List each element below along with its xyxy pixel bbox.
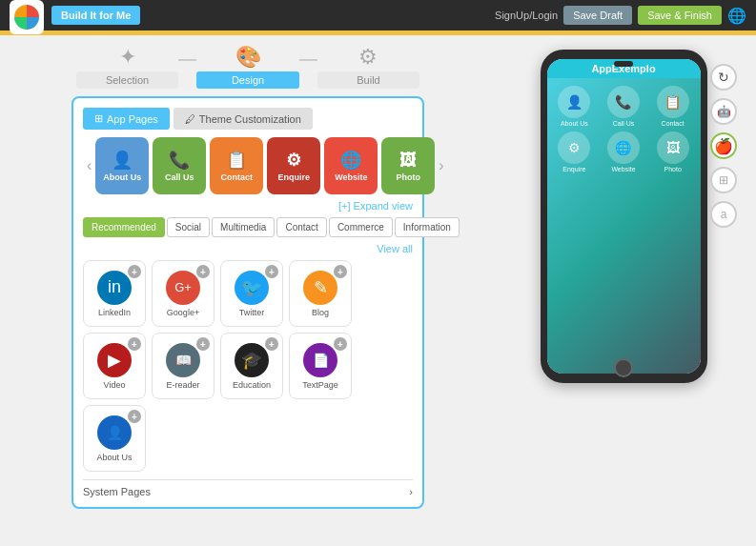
phone-enquire-icon: ⚙ — [558, 131, 590, 164]
page-tile-website[interactable]: 🌐 Website — [324, 137, 378, 194]
phone-screen: AppExemplo 👤 About Us 📞 Call Us 📋 — [547, 59, 701, 374]
phone-icon-website: 🌐 Website — [607, 131, 640, 172]
step-divider-1 — [178, 59, 196, 61]
blog-icon: ✎ — [303, 271, 337, 305]
plugin-ereader[interactable]: + 📖 E-reader — [152, 333, 215, 399]
page-tile-photo-label: Photo — [397, 172, 421, 182]
aboutus-plugin-icon: 👤 — [97, 415, 132, 450]
step-divider-2 — [299, 59, 317, 61]
plus-badge: + — [128, 337, 141, 351]
nav-right-arrow[interactable]: › — [435, 155, 447, 176]
call-us-icon: 📞 — [169, 150, 190, 171]
design-icon: 🎨 — [235, 45, 261, 70]
phone-home-button[interactable] — [614, 358, 633, 377]
page-tile-about-us[interactable]: 👤 About Us — [95, 137, 149, 194]
apple-icon-button[interactable]: 🍎 — [710, 132, 737, 159]
expand-view-link[interactable]: [+] Expand view — [83, 200, 413, 212]
googleplus-icon: G+ — [166, 271, 200, 305]
phone-enquire-label: Enquire — [562, 166, 585, 172]
plugin-video[interactable]: + ▶ Video — [83, 333, 146, 399]
education-icon: 🎓 — [235, 343, 269, 377]
nav-left-arrow[interactable]: ‹ — [83, 155, 95, 176]
windows-icon-button[interactable]: ⊞ — [710, 167, 737, 193]
topbar-right: SignUp/Login Save Draft Save & Finish 🌐 — [495, 6, 746, 25]
page-tile-contact[interactable]: 📋 Contact — [210, 137, 263, 194]
plus-badge: + — [334, 337, 347, 351]
phone-icon-call-us: 📞 Call Us — [607, 86, 640, 127]
phone-mockup: AppExemplo 👤 About Us 📞 Call Us 📋 — [541, 50, 707, 383]
build-it-button[interactable]: Build It for Me — [51, 6, 140, 25]
website-icon: 🌐 — [340, 150, 361, 171]
linkedin-icon: in — [97, 271, 132, 305]
ereader-label: E-reader — [166, 380, 199, 390]
step-design-label[interactable]: Design — [196, 71, 298, 89]
cat-tab-multimedia[interactable]: Multimedia — [212, 217, 275, 237]
globe-icon[interactable]: 🌐 — [727, 7, 746, 25]
category-tabs: Recommended Social Multimedia Contact Co… — [83, 217, 413, 237]
cat-tab-commerce[interactable]: Commerce — [329, 217, 393, 237]
page-tile-call-us[interactable]: 📞 Call Us — [153, 137, 206, 194]
twitter-icon: 🐦 — [235, 271, 269, 305]
step-selection-label[interactable]: Selection — [76, 71, 178, 89]
refresh-button[interactable]: ↻ — [710, 64, 737, 91]
plugin-textpage[interactable]: + 📄 TextPage — [289, 333, 352, 399]
tab-app-pages[interactable]: ⊞ App Pages — [83, 108, 170, 130]
signup-link[interactable]: SignUp/Login — [495, 10, 558, 21]
cat-tab-recommended[interactable]: Recommended — [83, 217, 165, 237]
education-label: Education — [233, 380, 271, 390]
step-build: ⚙ Build — [317, 45, 419, 89]
app-logo — [10, 0, 44, 34]
plugin-linkedin[interactable]: + in LinkedIn — [83, 260, 146, 327]
step-build-label[interactable]: Build — [317, 71, 419, 89]
pages-icon: ⊞ — [94, 112, 103, 125]
phone-icon-grid-row2: ⚙ Enquire 🌐 Website 🖼 Photo — [552, 131, 696, 172]
phone-about-icon: 👤 — [558, 86, 590, 118]
phone-photo-icon: 🖼 — [657, 131, 689, 164]
android-icon-button[interactable]: 🤖 — [710, 98, 737, 125]
googleplus-label: Google+ — [167, 308, 199, 317]
about-us-icon: 👤 — [112, 150, 133, 171]
plugin-education[interactable]: + 🎓 Education — [220, 333, 283, 399]
plus-badge: + — [265, 337, 278, 351]
plugin-googleplus[interactable]: + G+ Google+ — [152, 260, 215, 327]
amazon-icon-button[interactable]: a — [710, 201, 737, 228]
phone-icon-contact: 📋 Contact — [657, 86, 689, 127]
plugin-blog[interactable]: + ✎ Blog — [289, 260, 352, 327]
ereader-icon: 📖 — [166, 343, 200, 377]
cat-tab-information[interactable]: Information — [395, 217, 460, 237]
save-draft-button[interactable]: Save Draft — [563, 6, 632, 25]
tab-theme-label: Theme Customization — [199, 113, 301, 125]
textpage-label: TextPage — [302, 380, 338, 390]
plus-badge: + — [196, 265, 210, 278]
page-tile-call-us-label: Call Us — [165, 172, 194, 182]
page-tile-photo[interactable]: 🖼 Photo — [381, 137, 435, 194]
save-finish-button[interactable]: Save & Finish — [638, 6, 722, 25]
phone-content: 👤 About Us 📞 Call Us 📋 Contact — [547, 78, 701, 374]
system-pages-label: System Pages — [83, 486, 151, 497]
step-design: 🎨 Design — [196, 45, 298, 89]
plus-badge: + — [128, 410, 141, 423]
cat-tab-social[interactable]: Social — [167, 217, 210, 237]
phone-call-label: Call Us — [613, 120, 635, 127]
tab-app-pages-label: App Pages — [107, 113, 158, 125]
view-all-link[interactable]: View all — [83, 243, 413, 254]
plus-badge: + — [196, 337, 210, 351]
plus-badge: + — [334, 265, 347, 278]
phone-website-label: Website — [611, 166, 635, 172]
plugin-twitter[interactable]: + 🐦 Twitter — [220, 260, 283, 327]
tab-bar: ⊞ App Pages 🖊 Theme Customization — [83, 108, 413, 130]
phone-about-label: About Us — [561, 120, 588, 127]
right-panel: AppExemplo 👤 About Us 📞 Call Us 📋 — [501, 45, 746, 532]
system-pages-row[interactable]: System Pages › — [83, 479, 413, 497]
step-selection: ✦ Selection — [76, 45, 178, 89]
cat-tab-contact[interactable]: Contact — [276, 217, 326, 237]
phone-call-icon: 📞 — [607, 86, 640, 118]
pages-row: 👤 About Us 📞 Call Us 📋 Contact ⚙ Enquire — [95, 137, 435, 194]
plugin-aboutus[interactable]: + 👤 About Us — [83, 405, 146, 472]
tab-theme-customization[interactable]: 🖊 Theme Customization — [174, 108, 313, 130]
selection-icon: ✦ — [119, 45, 136, 70]
phone-notch — [614, 61, 633, 67]
page-tile-enquire[interactable]: ⚙ Enquire — [267, 137, 320, 194]
page-tile-enquire-label: Enquire — [278, 172, 311, 182]
enquire-icon: ⚙ — [286, 150, 301, 171]
